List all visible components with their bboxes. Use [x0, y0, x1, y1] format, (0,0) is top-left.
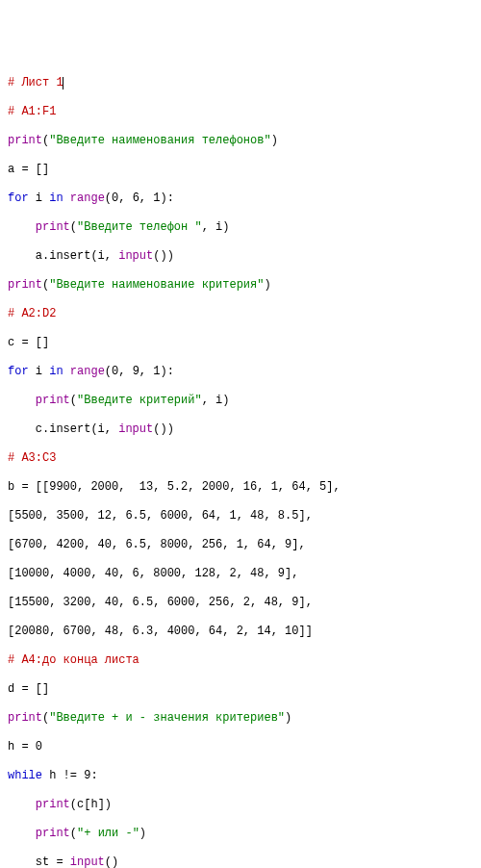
text-cursor	[63, 77, 63, 89]
code-line: while h != 9:	[8, 769, 473, 783]
code-line: print(c[h])	[8, 798, 473, 812]
code-line: # A1:F1	[8, 105, 473, 119]
code-line: [6700, 4200, 40, 6.5, 8000, 256, 1, 64, …	[8, 538, 473, 552]
code-line: [5500, 3500, 12, 6.5, 6000, 64, 1, 48, 8…	[8, 509, 473, 523]
code-line: st = input()	[8, 855, 473, 868]
code-line: b = [[9900, 2000, 13, 5.2, 2000, 16, 1, …	[8, 480, 473, 495]
code-line: print("Введите наименования телефонов")	[8, 134, 473, 148]
code-line: print("Введите наименование критерия")	[8, 278, 473, 293]
code-line: [10000, 4000, 40, 6, 8000, 128, 2, 48, 9…	[8, 567, 473, 581]
code-line: c.insert(i, input())	[8, 422, 473, 437]
code-editor[interactable]: # Лист 1 # A1:F1 print("Введите наименов…	[8, 62, 473, 868]
code-line: d = []	[8, 682, 473, 697]
code-line: a.insert(i, input())	[8, 249, 473, 264]
code-line: # A2:D2	[8, 307, 473, 321]
code-line: for i in range(0, 9, 1):	[8, 365, 473, 379]
code-line: # A4:до конца листа	[8, 653, 473, 668]
code-line: print("+ или -")	[8, 827, 473, 841]
code-line: print("Введите телефон ", i)	[8, 220, 473, 235]
code-line: a = []	[8, 163, 473, 177]
code-line: for i in range(0, 6, 1):	[8, 191, 473, 206]
code-line: print("Введите + и - значения критериев"…	[8, 711, 473, 726]
code-line: c = []	[8, 336, 473, 350]
code-line: [15500, 3200, 40, 6.5, 6000, 256, 2, 48,…	[8, 596, 473, 610]
code-line: print("Введите критерий", i)	[8, 394, 473, 408]
code-line: [20080, 6700, 48, 6.3, 4000, 64, 2, 14, …	[8, 625, 473, 639]
code-line: # Лист 1	[8, 76, 473, 90]
code-line: h = 0	[8, 740, 473, 754]
code-line: # A3:C3	[8, 451, 473, 466]
